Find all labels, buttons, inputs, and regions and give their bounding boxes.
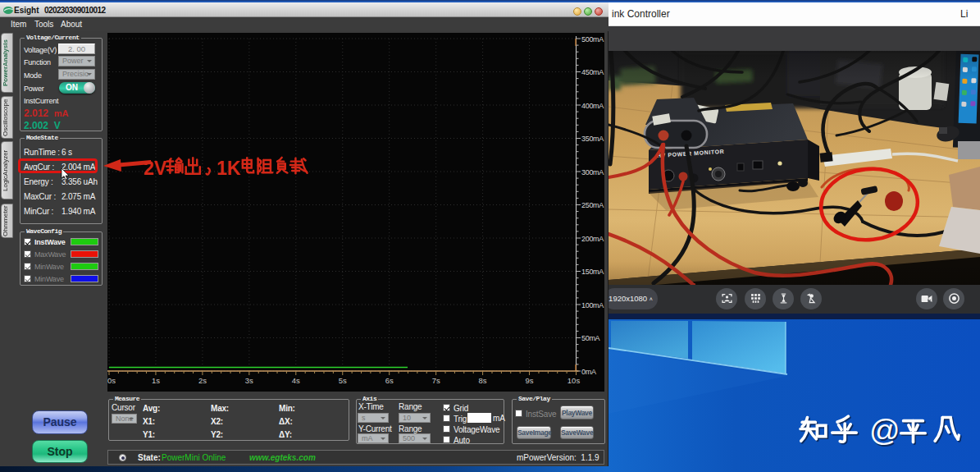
svg-text:350mA: 350mA bbox=[581, 135, 604, 143]
svg-text:2s: 2s bbox=[198, 376, 207, 385]
svg-text:100mA: 100mA bbox=[581, 301, 604, 309]
svg-text:1s: 1s bbox=[152, 376, 160, 385]
svg-text:500mA: 500mA bbox=[581, 35, 604, 44]
svg-text:10s: 10s bbox=[567, 376, 581, 385]
svg-text:250mA: 250mA bbox=[581, 201, 604, 209]
svg-text:300mA: 300mA bbox=[581, 168, 604, 176]
svg-text:5s: 5s bbox=[339, 376, 347, 385]
svg-text:@: @ bbox=[869, 414, 900, 447]
svg-text:2V: 2V bbox=[144, 158, 167, 179]
svg-text:3s: 3s bbox=[245, 376, 253, 385]
svg-text:7s: 7s bbox=[432, 376, 440, 385]
svg-text:4s: 4s bbox=[292, 376, 300, 385]
svg-text:150mA: 150mA bbox=[581, 268, 604, 276]
svg-text:6s: 6s bbox=[385, 376, 394, 385]
svg-text:50mA: 50mA bbox=[581, 334, 600, 342]
svg-text:1K: 1K bbox=[217, 158, 241, 179]
svg-text:400mA: 400mA bbox=[581, 102, 604, 110]
svg-text:0s: 0s bbox=[107, 376, 116, 385]
svg-text:0mA: 0mA bbox=[581, 368, 596, 376]
svg-text:450mA: 450mA bbox=[581, 68, 604, 76]
svg-text:9s: 9s bbox=[526, 376, 534, 385]
svg-text:200mA: 200mA bbox=[581, 235, 604, 243]
svg-text:8s: 8s bbox=[479, 376, 487, 385]
